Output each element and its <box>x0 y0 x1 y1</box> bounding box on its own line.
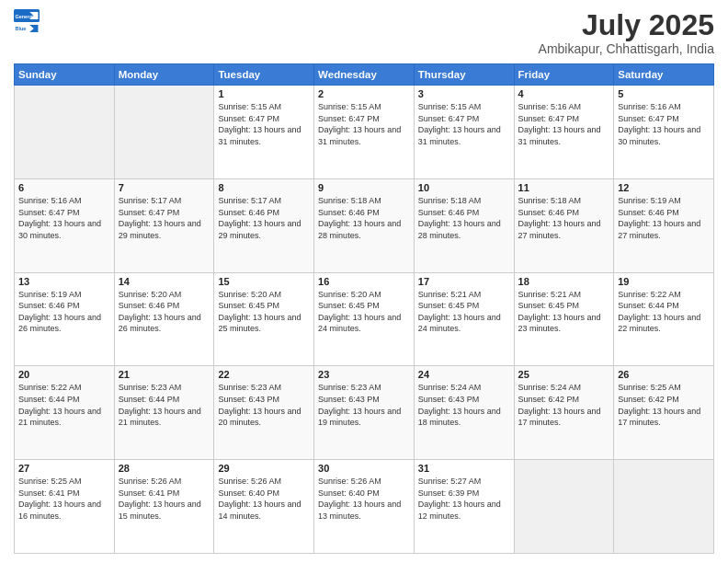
day-number: 6 <box>18 182 110 193</box>
day-number: 9 <box>318 182 410 193</box>
day-number: 15 <box>218 276 310 287</box>
day-info: Sunrise: 5:21 AMSunset: 6:45 PMDaylight:… <box>518 289 610 335</box>
col-thursday: Thursday <box>414 64 514 86</box>
calendar-cell: 24Sunrise: 5:24 AMSunset: 6:43 PMDayligh… <box>414 366 514 460</box>
day-number: 17 <box>418 276 510 287</box>
day-number: 28 <box>119 463 210 474</box>
calendar-week-5: 27Sunrise: 5:25 AMSunset: 6:41 PMDayligh… <box>15 460 714 554</box>
calendar-header-row: Sunday Monday Tuesday Wednesday Thursday… <box>15 64 714 86</box>
calendar-cell: 27Sunrise: 5:25 AMSunset: 6:41 PMDayligh… <box>15 460 115 554</box>
calendar-week-1: 1Sunrise: 5:15 AMSunset: 6:47 PMDaylight… <box>15 86 714 179</box>
day-info: Sunrise: 5:17 AMSunset: 6:47 PMDaylight:… <box>119 195 210 241</box>
day-info: Sunrise: 5:22 AMSunset: 6:44 PMDaylight:… <box>618 289 710 335</box>
day-number: 29 <box>218 463 310 474</box>
day-number: 23 <box>318 369 410 380</box>
day-info: Sunrise: 5:16 AMSunset: 6:47 PMDaylight:… <box>518 101 610 147</box>
calendar-cell: 28Sunrise: 5:26 AMSunset: 6:41 PMDayligh… <box>114 460 214 554</box>
day-number: 12 <box>618 182 710 193</box>
day-number: 31 <box>418 463 510 474</box>
calendar-cell: 10Sunrise: 5:18 AMSunset: 6:46 PMDayligh… <box>414 178 514 272</box>
day-info: Sunrise: 5:15 AMSunset: 6:47 PMDaylight:… <box>318 101 410 147</box>
calendar-cell <box>514 460 614 554</box>
day-number: 1 <box>218 88 310 99</box>
calendar-cell: 6Sunrise: 5:16 AMSunset: 6:47 PMDaylight… <box>15 178 115 272</box>
calendar-cell: 12Sunrise: 5:19 AMSunset: 6:46 PMDayligh… <box>614 178 714 272</box>
logo-icon: General Blue <box>14 9 40 35</box>
location-subtitle: Ambikapur, Chhattisgarh, India <box>539 41 714 56</box>
day-info: Sunrise: 5:18 AMSunset: 6:46 PMDaylight:… <box>418 195 510 241</box>
calendar-cell: 4Sunrise: 5:16 AMSunset: 6:47 PMDaylight… <box>514 86 614 179</box>
calendar-cell: 23Sunrise: 5:23 AMSunset: 6:43 PMDayligh… <box>314 366 415 460</box>
col-friday: Friday <box>514 64 614 86</box>
calendar-week-2: 6Sunrise: 5:16 AMSunset: 6:47 PMDaylight… <box>15 178 714 272</box>
day-number: 10 <box>418 182 510 193</box>
day-info: Sunrise: 5:24 AMSunset: 6:43 PMDaylight:… <box>418 382 510 428</box>
calendar-cell: 8Sunrise: 5:17 AMSunset: 6:46 PMDaylight… <box>214 178 314 272</box>
day-number: 27 <box>18 463 110 474</box>
day-info: Sunrise: 5:20 AMSunset: 6:45 PMDaylight:… <box>218 289 310 335</box>
day-info: Sunrise: 5:22 AMSunset: 6:44 PMDaylight:… <box>18 382 110 428</box>
calendar-cell <box>114 86 214 179</box>
day-info: Sunrise: 5:15 AMSunset: 6:47 PMDaylight:… <box>418 101 510 147</box>
day-info: Sunrise: 5:20 AMSunset: 6:46 PMDaylight:… <box>119 289 210 335</box>
day-number: 13 <box>18 276 110 287</box>
day-info: Sunrise: 5:26 AMSunset: 6:41 PMDaylight:… <box>119 476 210 522</box>
calendar-cell: 20Sunrise: 5:22 AMSunset: 6:44 PMDayligh… <box>15 366 115 460</box>
col-wednesday: Wednesday <box>314 64 415 86</box>
calendar-cell: 7Sunrise: 5:17 AMSunset: 6:47 PMDaylight… <box>114 178 214 272</box>
calendar-cell: 19Sunrise: 5:22 AMSunset: 6:44 PMDayligh… <box>614 272 714 366</box>
calendar-cell <box>15 86 115 179</box>
day-info: Sunrise: 5:20 AMSunset: 6:45 PMDaylight:… <box>318 289 410 335</box>
calendar-cell: 16Sunrise: 5:20 AMSunset: 6:45 PMDayligh… <box>314 272 415 366</box>
page-header: General Blue July 2025 Ambikapur, Chhatt… <box>14 9 714 56</box>
day-info: Sunrise: 5:26 AMSunset: 6:40 PMDaylight:… <box>218 476 310 522</box>
calendar-cell: 17Sunrise: 5:21 AMSunset: 6:45 PMDayligh… <box>414 272 514 366</box>
calendar-cell: 25Sunrise: 5:24 AMSunset: 6:42 PMDayligh… <box>514 366 614 460</box>
day-number: 24 <box>418 369 510 380</box>
day-info: Sunrise: 5:16 AMSunset: 6:47 PMDaylight:… <box>618 101 710 147</box>
day-info: Sunrise: 5:18 AMSunset: 6:46 PMDaylight:… <box>518 195 610 241</box>
svg-text:General: General <box>16 14 35 19</box>
day-number: 7 <box>119 182 210 193</box>
day-number: 2 <box>318 88 410 99</box>
day-number: 3 <box>418 88 510 99</box>
calendar-cell: 3Sunrise: 5:15 AMSunset: 6:47 PMDaylight… <box>414 86 514 179</box>
svg-text:Blue: Blue <box>16 26 27 31</box>
day-info: Sunrise: 5:24 AMSunset: 6:42 PMDaylight:… <box>518 382 610 428</box>
calendar-cell: 13Sunrise: 5:19 AMSunset: 6:46 PMDayligh… <box>15 272 115 366</box>
calendar-cell: 5Sunrise: 5:16 AMSunset: 6:47 PMDaylight… <box>614 86 714 179</box>
col-saturday: Saturday <box>614 64 714 86</box>
calendar-cell: 18Sunrise: 5:21 AMSunset: 6:45 PMDayligh… <box>514 272 614 366</box>
day-info: Sunrise: 5:23 AMSunset: 6:44 PMDaylight:… <box>119 382 210 428</box>
calendar-cell: 30Sunrise: 5:26 AMSunset: 6:40 PMDayligh… <box>314 460 415 554</box>
calendar-cell: 29Sunrise: 5:26 AMSunset: 6:40 PMDayligh… <box>214 460 314 554</box>
day-info: Sunrise: 5:25 AMSunset: 6:41 PMDaylight:… <box>18 476 110 522</box>
day-info: Sunrise: 5:19 AMSunset: 6:46 PMDaylight:… <box>618 195 710 241</box>
calendar-table: Sunday Monday Tuesday Wednesday Thursday… <box>14 63 714 554</box>
col-tuesday: Tuesday <box>214 64 314 86</box>
day-number: 20 <box>18 369 110 380</box>
calendar-cell: 31Sunrise: 5:27 AMSunset: 6:39 PMDayligh… <box>414 460 514 554</box>
day-number: 16 <box>318 276 410 287</box>
day-info: Sunrise: 5:26 AMSunset: 6:40 PMDaylight:… <box>318 476 410 522</box>
day-number: 18 <box>518 276 610 287</box>
day-info: Sunrise: 5:15 AMSunset: 6:47 PMDaylight:… <box>218 101 310 147</box>
day-number: 21 <box>119 369 210 380</box>
day-number: 14 <box>119 276 210 287</box>
day-number: 22 <box>218 369 310 380</box>
day-number: 11 <box>518 182 610 193</box>
calendar-cell: 1Sunrise: 5:15 AMSunset: 6:47 PMDaylight… <box>214 86 314 179</box>
day-info: Sunrise: 5:18 AMSunset: 6:46 PMDaylight:… <box>318 195 410 241</box>
col-sunday: Sunday <box>15 64 115 86</box>
day-info: Sunrise: 5:23 AMSunset: 6:43 PMDaylight:… <box>218 382 310 428</box>
day-number: 26 <box>618 369 710 380</box>
calendar-cell <box>614 460 714 554</box>
day-number: 4 <box>518 88 610 99</box>
day-info: Sunrise: 5:17 AMSunset: 6:46 PMDaylight:… <box>218 195 310 241</box>
title-block: July 2025 Ambikapur, Chhattisgarh, India <box>539 9 714 56</box>
day-info: Sunrise: 5:25 AMSunset: 6:42 PMDaylight:… <box>618 382 710 428</box>
calendar-cell: 22Sunrise: 5:23 AMSunset: 6:43 PMDayligh… <box>214 366 314 460</box>
day-info: Sunrise: 5:16 AMSunset: 6:47 PMDaylight:… <box>18 195 110 241</box>
day-info: Sunrise: 5:27 AMSunset: 6:39 PMDaylight:… <box>418 476 510 522</box>
day-number: 25 <box>518 369 610 380</box>
